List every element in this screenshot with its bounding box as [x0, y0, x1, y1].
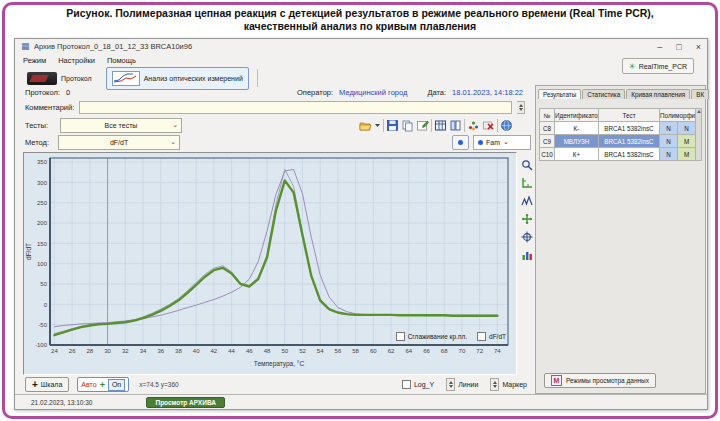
delete-table-icon[interactable]: [482, 119, 495, 132]
move-icon[interactable]: [521, 213, 533, 225]
menu-rezhim[interactable]: Режим: [23, 56, 46, 65]
icon-separator: [464, 119, 465, 132]
cell-num[interactable]: C9: [540, 135, 555, 148]
channel-dot-button[interactable]: [452, 135, 469, 150]
menu-nastroyki[interactable]: Настройки: [58, 56, 95, 65]
cell-test[interactable]: BRCA1 5382insC: [599, 135, 660, 148]
y-tick-label: 150: [37, 241, 48, 247]
edit-icon[interactable]: [416, 119, 429, 132]
y-axis-title: dF/dT: [25, 243, 32, 260]
folder-dropdown-caret-icon[interactable]: [374, 119, 381, 132]
y-tick-label: 100: [37, 261, 48, 267]
col-test[interactable]: Тест: [599, 109, 660, 122]
col-identifier[interactable]: Идентификатор: [555, 109, 599, 122]
method-label: Метод:: [25, 138, 49, 147]
chevron-down-icon: ⌄: [172, 121, 178, 129]
cell-num[interactable]: C10: [540, 148, 555, 161]
cell-allele-1[interactable]: N: [660, 148, 678, 161]
globe-icon[interactable]: [500, 119, 513, 132]
smoothing-checkbox[interactable]: [396, 332, 405, 341]
table-row[interactable]: C10 К+ BRCA1 5382insC N М: [540, 148, 696, 161]
dfdt-checkbox-label: dF/dT: [489, 333, 506, 340]
method-select[interactable]: dF/dT ⌄: [58, 135, 180, 150]
tab-statistics[interactable]: Статистика: [582, 89, 625, 99]
results-panel: Результаты Статистика Кривая плавления В…: [535, 85, 706, 394]
comment-input[interactable]: [79, 101, 512, 114]
col-num[interactable]: №: [540, 109, 555, 122]
cell-allele-1[interactable]: N: [660, 135, 678, 148]
scatter-plot-icon[interactable]: [467, 119, 480, 132]
x-tick-label: 74: [494, 348, 501, 354]
close-button[interactable]: ×: [696, 42, 701, 52]
scale-button-label: Шкала: [41, 381, 63, 388]
cell-identifier[interactable]: МВЛУЗН: [555, 135, 599, 148]
status-bar: 21.02.2023, 13:10:30 Просмотр АРХИВА: [15, 394, 707, 409]
melt-curve-control: [54, 169, 497, 326]
table-row-selected[interactable]: C9 МВЛУЗН BRCA1 5382insC N М: [540, 135, 696, 148]
results-tabs: Результаты Статистика Кривая плавления В…: [536, 86, 705, 99]
realtime-pcr-button[interactable]: ✳ RealTime_PCR: [622, 58, 694, 74]
maximize-button[interactable]: □: [676, 42, 681, 52]
crosshair-icon[interactable]: [521, 231, 533, 243]
lines-stepper[interactable]: [446, 378, 455, 391]
tests-select[interactable]: Все тесты ⌄: [60, 118, 182, 133]
plus-icon: +: [32, 380, 38, 390]
x-tick-label: 54: [317, 348, 324, 354]
open-folder-icon[interactable]: [359, 119, 372, 132]
operator-value: Медицинский город: [339, 88, 407, 97]
cell-identifier[interactable]: К+: [555, 148, 599, 161]
x-tick-label: 66: [423, 348, 430, 354]
dfdt-checkbox[interactable]: [477, 332, 486, 341]
table-grid-icon[interactable]: [434, 119, 447, 132]
cell-allele-2[interactable]: М: [678, 135, 696, 148]
save-icon[interactable]: [386, 119, 399, 132]
melt-curve-plot[interactable]: -100-50050100150200250300350242628303234…: [23, 152, 517, 375]
cell-test[interactable]: BRCA1 5382insC: [599, 122, 660, 135]
x-tick-label: 44: [228, 348, 235, 354]
copy-icon[interactable]: [401, 119, 414, 132]
comment-label: Комментарий:: [25, 103, 74, 112]
view-modes-button[interactable]: М Режимы просмотра данных: [544, 373, 656, 388]
protocol-tab-label: Протокол: [61, 75, 92, 82]
scale-ruler-icon[interactable]: [521, 177, 533, 189]
tests-select-value: Все тесты: [105, 122, 138, 129]
cell-allele-1[interactable]: N: [660, 122, 678, 135]
comment-spinner[interactable]: [517, 101, 525, 114]
minimize-button[interactable]: –: [657, 42, 662, 52]
cell-allele-2[interactable]: N: [678, 122, 696, 135]
cell-allele-2[interactable]: М: [678, 148, 696, 161]
analysis-logo-icon: [112, 71, 140, 86]
table-scrollbar[interactable]: [696, 108, 702, 161]
marker-stepper[interactable]: [490, 378, 499, 391]
tab-results[interactable]: Результаты: [538, 89, 581, 99]
cell-test[interactable]: BRCA1 5382insC: [599, 148, 660, 161]
analysis-tab-label: Анализ оптических измерений: [144, 75, 243, 82]
tab-vk[interactable]: ВК: [691, 89, 709, 99]
x-tick-label: 46: [246, 348, 253, 354]
y-tick-label: 50: [40, 281, 47, 287]
x-tick-label: 36: [157, 348, 164, 354]
cell-num[interactable]: C8: [540, 122, 555, 135]
realtime-pcr-label: RealTime_PCR: [639, 63, 687, 70]
x-tick-label: 56: [335, 348, 342, 354]
chevron-down-icon: ⌄: [170, 138, 176, 146]
bar-chart-icon[interactable]: [521, 249, 533, 261]
columns-icon[interactable]: [449, 119, 462, 132]
y-tick-label: -100: [35, 342, 48, 348]
cell-identifier[interactable]: К-: [555, 122, 599, 135]
tab-melt-curve[interactable]: Кривая плавления: [626, 89, 690, 99]
x-tick-label: 40: [193, 348, 200, 354]
x-tick-label: 30: [104, 348, 111, 354]
auto-scale-toggle[interactable]: Авто + On: [77, 377, 129, 392]
peaks-icon[interactable]: [521, 195, 533, 207]
col-polymorphism[interactable]: Полиморфизм: [660, 109, 696, 122]
scale-button[interactable]: + Шкала: [25, 377, 69, 392]
log-y-checkbox[interactable]: [402, 380, 411, 389]
zoom-icon[interactable]: [521, 159, 533, 171]
table-row[interactable]: C8 К- BRCA1 5382insC N N: [540, 122, 696, 135]
modes-m-icon: М: [551, 375, 562, 386]
x-tick-label: 64: [405, 348, 412, 354]
caption-line-2: качественный анализ по кривым плавления: [30, 20, 690, 33]
menu-pomosch[interactable]: Помощь: [107, 56, 136, 65]
channel-select[interactable]: Fam ⌄: [473, 135, 531, 150]
